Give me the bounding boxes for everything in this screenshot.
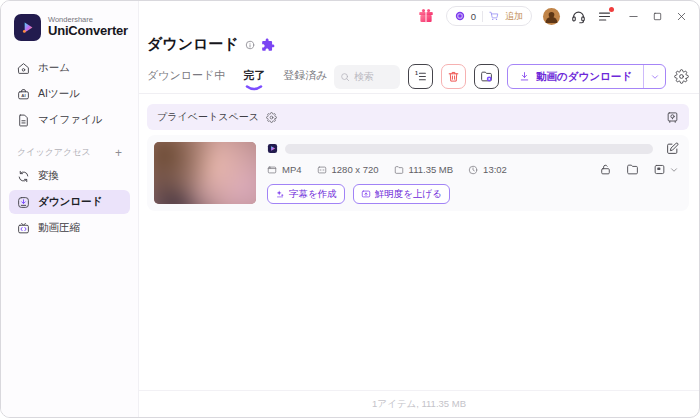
folder-icon [394,165,404,175]
tabs: ダウンロード中 完了 登録済み [147,68,328,86]
ai-tools-icon: AI [17,88,30,101]
main-area: 0 追加 ダウンロード [139,1,699,417]
minimize-icon[interactable] [628,11,639,22]
toolbar: 1 動画のダウンロード [334,64,689,89]
sidebar-item-label: マイファイル [38,113,102,127]
trash-icon [447,70,460,83]
snapshot-button[interactable] [653,163,679,176]
open-folder-button[interactable] [474,64,499,89]
status-summary: 1アイテム, 111.35 MB [372,398,466,411]
settings-button[interactable] [674,69,689,84]
file-format: MP4 [267,164,302,175]
resolution-icon [317,165,327,175]
folder-badge-icon [480,70,493,83]
download-options-button[interactable] [643,65,665,88]
video-compress-icon [17,222,30,235]
clock-icon [468,165,478,175]
delete-button[interactable] [441,64,466,89]
space-settings-icon[interactable] [266,112,277,123]
search-input[interactable] [354,71,394,82]
video-file-icon [267,165,277,175]
cart-icon [489,11,499,21]
file-size: 111.35 MB [394,164,454,175]
tab-completed[interactable]: 完了 [243,68,265,86]
content-area: プライベートスペース [139,94,699,390]
chevron-down-icon [669,165,679,175]
points-value: 0 [471,11,476,22]
page-title: ダウンロード [147,35,239,54]
svg-text:1: 1 [415,70,418,76]
enhance-clarity-button[interactable]: 鮮明度を上げる [353,184,450,204]
safe-icon [666,111,679,124]
download-video-label: 動画のダウンロード [536,70,632,84]
numbered-list-icon: 1 [414,70,427,83]
sidebar-item-label: ダウンロード [38,195,102,209]
file-name-redacted [285,144,653,154]
convert-icon [17,170,30,183]
download-arrow-icon [519,71,530,82]
gift-icon[interactable] [417,7,435,25]
sidebar-item-video-compress[interactable]: 動画圧縮 [9,216,130,240]
puzzle-icon[interactable] [261,38,275,52]
download-video-split-button: 動画のダウンロード [507,64,666,89]
home-icon [17,62,30,75]
titlebar: 0 追加 [139,1,699,31]
tabs-toolbar: ダウンロード中 完了 登録済み 1 [139,60,699,94]
enhance-icon [361,189,371,199]
info-icon[interactable] [245,40,255,50]
safe-button[interactable] [666,111,679,124]
coin-icon [455,11,465,21]
numbered-list-button[interactable]: 1 [408,64,433,89]
svg-text:AI: AI [21,92,25,97]
download-video-button[interactable]: 動画のダウンロード [508,65,643,88]
sidebar-item-ai-tools[interactable]: AI AIツール [9,82,130,106]
private-space-bar: プライベートスペース [147,104,689,130]
search-box[interactable] [334,65,400,89]
tab-registered[interactable]: 登録済み [283,68,327,86]
notification-dot [609,7,614,12]
quick-access-section: クイックアクセス + [17,146,122,159]
headset-icon[interactable] [571,9,586,24]
edit-icon [666,142,679,155]
sidebar-item-home[interactable]: ホーム [9,56,130,80]
file-row[interactable]: MP4 1280 x 720 111.35 MB 13:02 [147,135,689,211]
rename-button[interactable] [666,142,679,155]
status-bar: 1アイテム, 111.35 MB [139,390,699,417]
folder-open-icon[interactable] [626,163,639,176]
sidebar-item-download[interactable]: ダウンロード [9,190,130,214]
tab-downloading[interactable]: ダウンロード中 [147,68,225,86]
avatar[interactable] [543,8,560,25]
chevron-down-icon [650,72,660,82]
file-duration: 13:02 [468,164,507,175]
close-icon[interactable] [676,11,687,22]
my-files-icon [17,114,30,127]
maximize-icon[interactable] [652,11,663,22]
snapshot-icon [653,163,666,176]
sidebar-item-label: 動画圧縮 [38,221,80,235]
app-window: Wondershare UniConverter ホーム AI AIツール マイ… [0,0,700,418]
ai-subtitle-icon [275,189,285,199]
sidebar-item-convert[interactable]: 変換 [9,164,130,188]
private-space-label: プライベートスペース [157,110,259,124]
search-icon [340,72,350,82]
create-subtitles-button[interactable]: 字幕を作成 [267,184,345,204]
quick-access-add-button[interactable]: + [115,147,122,159]
cart-add-label: 追加 [505,10,523,23]
sidebar: Wondershare UniConverter ホーム AI AIツール マイ… [1,1,139,417]
sidebar-item-my-files[interactable]: マイファイル [9,108,130,132]
download-nav-icon [17,196,30,209]
uniconverter-logo-icon [14,14,41,41]
quick-access-label: クイックアクセス [17,146,91,159]
video-thumbnail[interactable] [154,142,256,204]
app-logo: Wondershare UniConverter [14,14,138,41]
mini-app-icon [267,143,278,154]
menu-button[interactable] [597,9,612,24]
gear-icon [674,69,689,84]
file-resolution: 1280 x 720 [317,164,379,175]
sidebar-item-label: AIツール [38,87,80,101]
lock-icon[interactable] [599,163,612,176]
points-cart-pill[interactable]: 0 追加 [446,6,532,26]
sidebar-item-label: ホーム [38,61,70,75]
sidebar-item-label: 変換 [38,169,59,183]
page-header: ダウンロード [139,31,699,60]
